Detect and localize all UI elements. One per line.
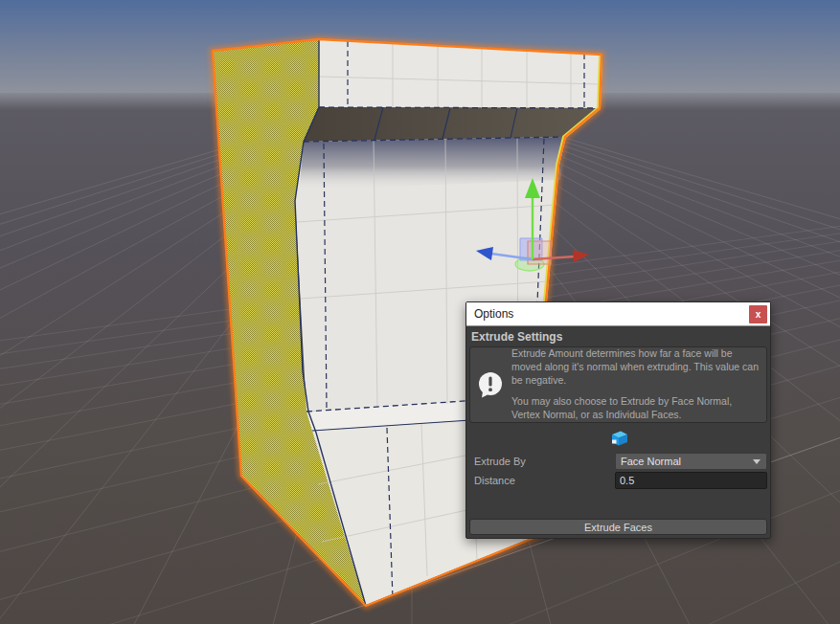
extrude-by-label: Extrude By bbox=[474, 456, 615, 467]
extrude-icon-row bbox=[466, 430, 770, 446]
extrude-faces-button[interactable]: Extrude Faces bbox=[469, 519, 767, 535]
extrude-by-dropdown[interactable]: Face Normal bbox=[615, 453, 767, 470]
options-dialog[interactable]: Options x Extrude Settings Extrude Amoun… bbox=[465, 301, 771, 539]
info-text: Extrude Amount determines how far a face… bbox=[511, 347, 761, 421]
gizmo-plane-red[interactable] bbox=[528, 241, 551, 264]
info-paragraph-1: Extrude Amount determines how far a face… bbox=[511, 347, 761, 387]
extrude-by-value: Face Normal bbox=[621, 456, 753, 467]
extrude-settings-header: Extrude Settings bbox=[466, 326, 770, 346]
distance-row: Distance bbox=[466, 471, 770, 490]
distance-input[interactable] bbox=[615, 472, 767, 489]
dialog-title: Options bbox=[474, 307, 749, 321]
close-button[interactable]: x bbox=[749, 305, 767, 323]
info-box: Extrude Amount determines how far a face… bbox=[469, 346, 767, 423]
dialog-footer: Extrude Faces bbox=[469, 519, 767, 535]
info-paragraph-2: You may also choose to Extrude by Face N… bbox=[511, 395, 761, 421]
distance-label: Distance bbox=[474, 475, 615, 486]
x-icon: x bbox=[756, 309, 761, 320]
exclamation-bubble-icon bbox=[476, 370, 505, 399]
extrude-face-cube-icon bbox=[608, 430, 628, 447]
dialog-titlebar[interactable]: Options x bbox=[466, 302, 770, 326]
extrude-by-row: Extrude By Face Normal bbox=[466, 452, 770, 471]
chevron-down-icon bbox=[753, 459, 761, 464]
